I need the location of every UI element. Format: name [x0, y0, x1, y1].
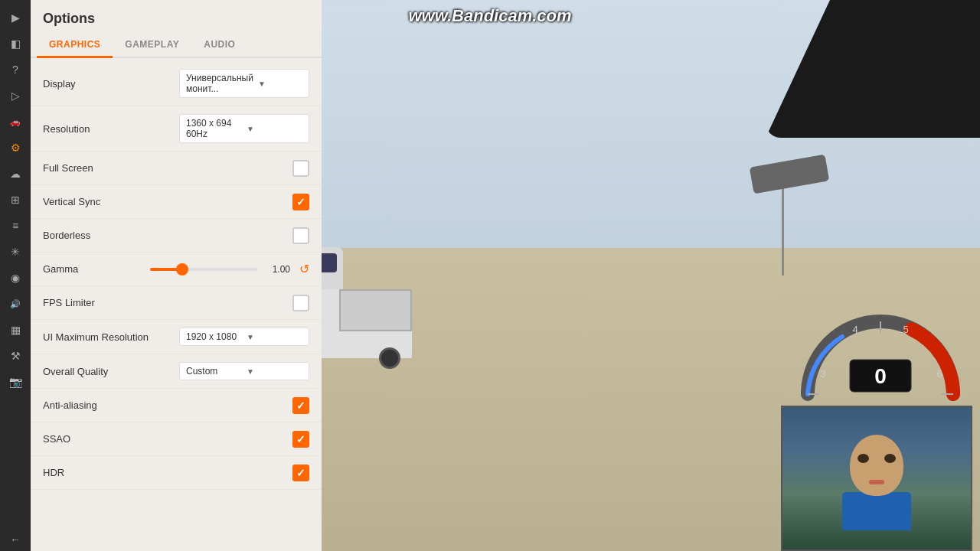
- setting-control-gamma: 1.00 ↺: [150, 262, 309, 276]
- setting-row-ssao: SSAO: [31, 422, 322, 456]
- ui-max-res-dropdown-value: 1920 x 1080: [186, 331, 242, 342]
- speedometer-container: 3 4 5 6 0: [792, 295, 969, 409]
- options-panel: Options GRAPHICS GAMEPLAY AUDIO Display …: [31, 0, 322, 551]
- ssao-checkbox[interactable]: [292, 431, 309, 448]
- sidebar-icon-camera[interactable]: 📷: [4, 370, 27, 393]
- sidebar-icon-grid[interactable]: ⊞: [4, 188, 27, 211]
- sidebar-icon-sliders[interactable]: ≡: [4, 214, 27, 237]
- sidebar-icon-help[interactable]: ?: [4, 58, 27, 81]
- setting-label-ssao: SSAO: [43, 433, 292, 445]
- sidebar-icon-layers[interactable]: ◧: [4, 32, 27, 55]
- sidebar-icon-settings[interactable]: ⚙: [4, 136, 27, 159]
- setting-control-ssao: [292, 431, 309, 448]
- sidebar-icon-chart[interactable]: ▦: [4, 318, 27, 341]
- gamma-slider-value: 1.00: [263, 264, 290, 275]
- setting-label-fullscreen: Full Screen: [43, 162, 292, 174]
- overall-quality-dropdown-value: Custom: [186, 366, 242, 377]
- setting-label-hdr: HDR: [43, 467, 292, 478]
- setting-label-ui-max-res: UI Maximum Resolution: [43, 331, 179, 343]
- sidebar-icon-play[interactable]: ▶: [4, 6, 27, 29]
- overall-quality-dropdown[interactable]: Custom ▼: [179, 362, 309, 380]
- sidebar-icon-car[interactable]: 🚗: [4, 110, 27, 133]
- tab-gameplay[interactable]: GAMEPLAY: [113, 33, 191, 58]
- gamma-reset-button[interactable]: ↺: [299, 262, 309, 276]
- borderless-checkbox[interactable]: [292, 227, 309, 244]
- display-dropdown-value: Универсальный монит...: [186, 73, 253, 94]
- display-dropdown[interactable]: Универсальный монит... ▼: [179, 69, 309, 98]
- settings-list: Display Универсальный монит... ▼ Resolut…: [31, 58, 322, 551]
- sidebar-icon-speaker[interactable]: 🔊: [4, 292, 27, 315]
- webcam-shirt: [842, 492, 911, 530]
- tabs-bar: GRAPHICS GAMEPLAY AUDIO: [31, 33, 322, 58]
- scene-structure: [782, 184, 784, 276]
- sidebar: ▶ ◧ ? ▷ 🚗 ⚙ ☁ ⊞ ≡ ✳ ◉ 🔊 ▦ ⚒ 📷 ←: [0, 0, 31, 551]
- webcam-face: [850, 435, 903, 496]
- setting-label-display: Display: [43, 78, 179, 90]
- sidebar-icon-coins[interactable]: ◉: [4, 266, 27, 289]
- setting-control-fps-limiter: [292, 295, 309, 311]
- gamma-slider-track[interactable]: [150, 268, 257, 271]
- svg-text:4: 4: [852, 324, 858, 335]
- setting-control-overall-quality: Custom ▼: [179, 362, 309, 380]
- setting-label-fps-limiter: FPS Limiter: [43, 297, 292, 308]
- svg-text:0: 0: [874, 364, 887, 388]
- setting-control-vsync: [292, 194, 309, 210]
- setting-row-borderless: Borderless: [31, 219, 322, 253]
- setting-row-hdr: HDR: [31, 456, 322, 490]
- antialiasing-checkbox[interactable]: [292, 397, 309, 414]
- speedometer-svg: 3 4 5 6 0: [792, 295, 969, 409]
- fullscreen-checkbox[interactable]: [292, 160, 309, 177]
- svg-text:3: 3: [820, 368, 825, 380]
- resolution-dropdown-arrow: ▼: [247, 125, 302, 133]
- setting-control-hdr: [292, 465, 309, 481]
- webcam-overlay: [781, 406, 972, 551]
- setting-control-ui-max-res: 1920 x 1080 ▼: [179, 328, 309, 346]
- sidebar-icon-asterisk[interactable]: ✳: [4, 240, 27, 263]
- setting-row-display: Display Универсальный монит... ▼: [31, 61, 322, 106]
- sidebar-icon-cloud[interactable]: ☁: [4, 162, 27, 185]
- svg-text:6: 6: [936, 368, 942, 380]
- bandicam-watermark: www.Bandicam.com: [408, 6, 571, 26]
- setting-row-gamma: Gamma 1.00 ↺: [31, 253, 322, 286]
- resolution-dropdown[interactable]: 1360 x 694 60Hz ▼: [179, 114, 309, 143]
- tab-graphics[interactable]: GRAPHICS: [37, 33, 113, 58]
- sidebar-icon-video[interactable]: ▷: [4, 84, 27, 107]
- setting-label-antialiasing: Anti-aliasing: [43, 399, 292, 411]
- setting-label-gamma: Gamma: [43, 263, 150, 275]
- vsync-checkbox[interactable]: [292, 194, 309, 210]
- ui-max-res-dropdown-arrow: ▼: [247, 333, 302, 341]
- setting-label-borderless: Borderless: [43, 230, 292, 241]
- ui-max-res-dropdown[interactable]: 1920 x 1080 ▼: [179, 328, 309, 346]
- setting-control-borderless: [292, 227, 309, 244]
- setting-control-display: Универсальный монит... ▼: [179, 69, 309, 98]
- setting-control-resolution: 1360 x 694 60Hz ▼: [179, 114, 309, 143]
- setting-control-antialiasing: [292, 397, 309, 414]
- setting-row-fullscreen: Full Screen: [31, 152, 322, 185]
- setting-row-resolution: Resolution 1360 x 694 60Hz ▼: [31, 106, 322, 152]
- setting-row-vsync: Vertical Sync: [31, 185, 322, 219]
- setting-row-fps-limiter: FPS Limiter: [31, 286, 322, 320]
- setting-label-overall-quality: Overall Quality: [43, 366, 179, 377]
- hdr-checkbox[interactable]: [292, 465, 309, 481]
- setting-label-resolution: Resolution: [43, 123, 179, 135]
- sidebar-icon-wrench[interactable]: ⚒: [4, 344, 27, 367]
- overall-quality-dropdown-arrow: ▼: [247, 367, 302, 376]
- resolution-dropdown-value: 1360 x 694 60Hz: [186, 118, 242, 139]
- svg-text:5: 5: [903, 324, 908, 335]
- tab-audio[interactable]: AUDIO: [191, 33, 247, 58]
- webcam-person: [782, 407, 971, 549]
- display-dropdown-arrow: ▼: [258, 80, 302, 88]
- truck-wheel-right: [379, 347, 400, 369]
- setting-control-fullscreen: [292, 160, 309, 177]
- setting-row-ui-max-res: UI Maximum Resolution 1920 x 1080 ▼: [31, 320, 322, 354]
- truck-bed: [339, 289, 412, 331]
- gamma-slider-thumb[interactable]: [176, 263, 188, 276]
- setting-label-vsync: Vertical Sync: [43, 196, 292, 207]
- setting-row-antialiasing: Anti-aliasing: [31, 389, 322, 422]
- sidebar-icon-back[interactable]: ←: [4, 528, 27, 551]
- setting-row-overall-quality: Overall Quality Custom ▼: [31, 354, 322, 389]
- options-title: Options: [31, 0, 322, 33]
- fps-limiter-checkbox[interactable]: [292, 295, 309, 311]
